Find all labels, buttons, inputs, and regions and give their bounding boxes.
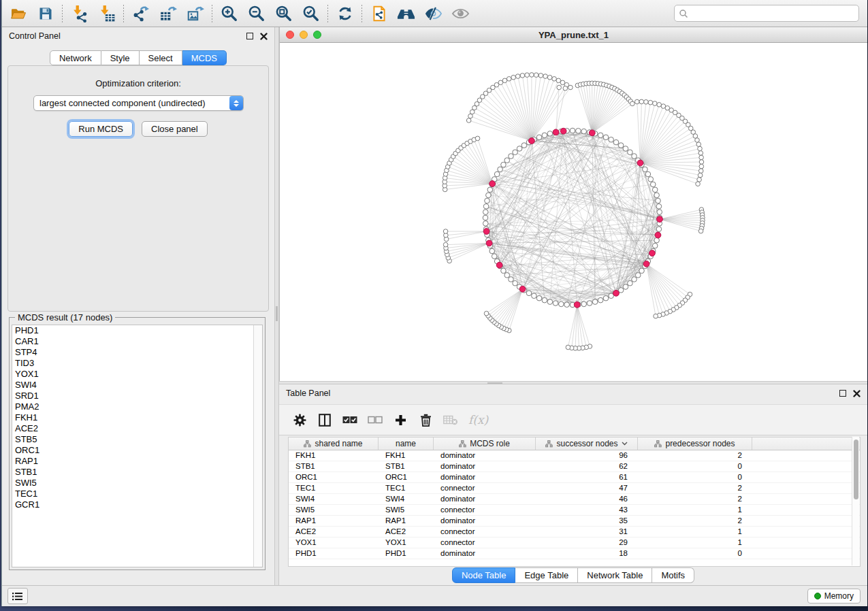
import-network-button[interactable] <box>70 4 89 22</box>
table-cell[interactable]: TEC1 <box>289 483 379 493</box>
table-cell[interactable]: 2 <box>638 516 752 526</box>
table-cell[interactable]: ACE2 <box>289 527 379 537</box>
table-cell[interactable]: 43 <box>536 505 638 515</box>
table-cell[interactable]: 35 <box>536 516 638 526</box>
close-panel-icon[interactable] <box>853 390 861 397</box>
table-cell[interactable]: 31 <box>536 527 638 537</box>
table-cell[interactable]: 1 <box>638 505 752 515</box>
mcds-result-item[interactable]: ORC1 <box>12 445 262 456</box>
table-cell[interactable]: 2 <box>638 494 752 504</box>
select-all-button[interactable] <box>342 412 357 428</box>
table-cell[interactable]: SWI5 <box>289 505 379 515</box>
mcds-result-item[interactable]: STB1 <box>12 467 262 478</box>
table-cell[interactable]: dominator <box>434 516 536 526</box>
close-panel-icon[interactable] <box>260 33 268 40</box>
mcds-result-item[interactable]: STB5 <box>12 434 262 445</box>
vertical-splitter[interactable] <box>274 27 279 585</box>
table-cell[interactable]: 0 <box>638 461 752 472</box>
tab-style[interactable]: Style <box>101 50 140 65</box>
tab-select[interactable]: Select <box>140 50 182 65</box>
refresh-button[interactable] <box>336 4 354 22</box>
mcds-result-item[interactable]: RAP1 <box>12 456 262 467</box>
table-cell[interactable]: 62 <box>536 461 638 472</box>
export-image-button[interactable] <box>186 4 204 22</box>
table-cell[interactable]: connector <box>434 483 536 493</box>
table-cell[interactable]: 96 <box>536 450 638 461</box>
table-cell[interactable]: RAP1 <box>289 516 379 526</box>
open-file-button[interactable] <box>9 4 27 22</box>
network-graph[interactable] <box>280 43 865 381</box>
table-cell[interactable]: STB1 <box>379 461 434 472</box>
column-header-shared-name[interactable]: shared name <box>289 437 379 450</box>
table-row[interactable]: RAP1RAP1dominator352 <box>289 516 860 527</box>
table-cell[interactable]: dominator <box>434 472 536 482</box>
splitter-grip[interactable] <box>276 306 278 321</box>
table-row[interactable]: PHD1PHD1dominator180 <box>289 548 860 559</box>
table-cell[interactable]: 1 <box>638 527 752 537</box>
table-cell[interactable]: FKH1 <box>379 450 434 461</box>
table-cell[interactable]: 29 <box>536 538 638 548</box>
network-window-titlebar[interactable]: YPA_prune.txt_1 <box>280 27 867 43</box>
show-columns-button[interactable] <box>317 412 332 428</box>
table-cell[interactable]: YOX1 <box>289 538 379 548</box>
search-field[interactable] <box>674 5 859 22</box>
table-cell[interactable]: FKH1 <box>289 450 379 461</box>
table-row[interactable]: ORC1ORC1dominator610 <box>289 472 860 483</box>
table-row[interactable]: STB1STB1dominator620 <box>289 461 860 472</box>
zoom-in-button[interactable] <box>220 4 238 22</box>
close-panel-button[interactable]: Close panel <box>142 121 208 137</box>
table-cell[interactable]: dominator <box>434 461 536 472</box>
mcds-result-item[interactable]: SWI4 <box>12 380 262 391</box>
hide-selected-button[interactable] <box>424 4 443 22</box>
table-cell[interactable]: PHD1 <box>379 548 434 559</box>
scrollbar-thumb[interactable] <box>854 440 858 499</box>
table-cell[interactable]: 47 <box>536 483 638 493</box>
tab-mcds[interactable]: MCDS <box>182 50 227 65</box>
mcds-result-item[interactable]: TEC1 <box>12 489 262 499</box>
new-network-from-selection-button[interactable] <box>370 4 388 22</box>
table-cell[interactable]: RAP1 <box>379 516 434 526</box>
mcds-result-item[interactable]: SWI5 <box>12 478 262 489</box>
zoom-out-button[interactable] <box>247 4 266 22</box>
table-cell[interactable]: 2 <box>638 450 752 461</box>
column-header-mcds-role[interactable]: MCDS role <box>434 437 536 450</box>
table-cell[interactable]: SWI5 <box>379 505 434 515</box>
optimization-criterion-select[interactable]: largest connected component (undirected) <box>33 95 244 111</box>
save-session-button[interactable] <box>36 4 54 22</box>
table-cell[interactable]: dominator <box>434 494 536 504</box>
table-cell[interactable]: PHD1 <box>289 548 379 559</box>
mcds-result-item[interactable]: PHD1 <box>12 325 262 336</box>
table-cell[interactable]: TEC1 <box>379 483 434 493</box>
mcds-result-item[interactable]: TID3 <box>12 358 262 369</box>
mcds-result-item[interactable]: YOX1 <box>12 369 262 380</box>
zoom-selected-button[interactable] <box>302 4 320 22</box>
table-settings-button[interactable] <box>292 412 307 428</box>
mcds-result-item[interactable]: PMA2 <box>12 401 262 412</box>
float-panel-icon[interactable] <box>246 33 253 39</box>
column-header-name[interactable]: name <box>379 437 434 450</box>
column-header-predecessor-nodes[interactable]: predecessor nodes <box>638 437 752 450</box>
table-scrollbar[interactable] <box>852 437 859 565</box>
first-neighbors-button[interactable] <box>397 4 415 22</box>
table-cell[interactable]: dominator <box>434 450 536 461</box>
import-table-button[interactable] <box>97 4 116 22</box>
mcds-result-item[interactable]: ACE2 <box>12 423 262 434</box>
mcds-result-list[interactable]: PHD1CAR1STP4TID3YOX1SWI4SRD1PMA2FKH1ACE2… <box>12 325 263 567</box>
table-cell[interactable]: connector <box>434 527 536 537</box>
float-panel-icon[interactable] <box>839 390 846 397</box>
table-cell[interactable]: connector <box>434 505 536 515</box>
table-cell[interactable]: SWI4 <box>379 494 434 504</box>
table-cell[interactable]: ORC1 <box>379 472 434 482</box>
mcds-result-item[interactable]: GCR1 <box>12 499 262 510</box>
run-mcds-button[interactable]: Run MCDS <box>69 121 133 137</box>
table-cell[interactable]: 61 <box>536 472 638 482</box>
export-table-button[interactable] <box>159 4 177 22</box>
tab-network[interactable]: Network <box>50 50 101 65</box>
table-cell[interactable]: 0 <box>638 472 752 482</box>
splitter-grip[interactable] <box>487 382 502 384</box>
table-cell[interactable]: 18 <box>536 548 638 559</box>
table-cell[interactable]: connector <box>434 538 536 548</box>
mcds-list-scrollbar[interactable] <box>253 325 262 567</box>
network-canvas[interactable] <box>280 43 867 381</box>
tab-node-table[interactable]: Node Table <box>452 567 516 583</box>
